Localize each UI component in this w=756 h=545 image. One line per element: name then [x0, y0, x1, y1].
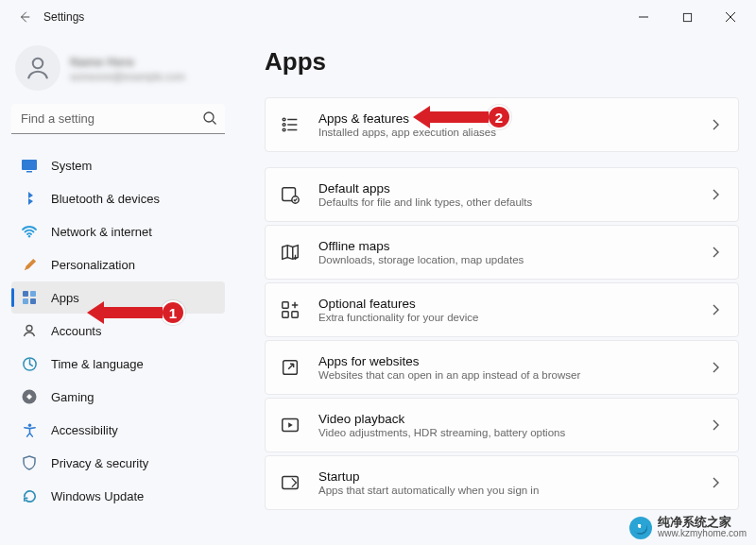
watermark: 纯净系统之家 www.kzmyhome.com: [629, 517, 747, 539]
close-button[interactable]: [709, 2, 752, 32]
card-title: Optional features: [318, 297, 710, 311]
svg-rect-20: [283, 312, 288, 317]
nav-item-accessibility[interactable]: Accessibility: [11, 414, 225, 446]
svg-rect-3: [22, 160, 37, 170]
account-text: Name Here someone@example.com: [70, 55, 185, 82]
callout-arrow-2: 2: [413, 105, 511, 129]
search-input[interactable]: [11, 104, 225, 134]
callout-arrow-1: 1: [87, 300, 185, 325]
card-subtitle: Video adjustments, HDR streaming, batter…: [318, 427, 710, 438]
chevron-right-icon: [710, 247, 721, 258]
nav-item-personalization[interactable]: Personalization: [11, 248, 225, 281]
account-block[interactable]: Name Here someone@example.com: [11, 42, 225, 104]
svg-rect-9: [30, 298, 36, 304]
svg-rect-7: [30, 291, 36, 297]
card-title: Video playback: [318, 412, 710, 426]
svg-rect-4: [26, 171, 32, 173]
svg-rect-21: [292, 312, 298, 317]
accessibility-icon: [21, 421, 38, 438]
nav-item-time[interactable]: Time & language: [11, 348, 225, 380]
maximize-button[interactable]: [665, 2, 709, 32]
svg-rect-19: [283, 302, 288, 308]
nav-label: Apps: [51, 291, 79, 305]
nav-label: Accessibility: [51, 423, 118, 437]
account-email: someone@example.com: [70, 71, 185, 82]
titlebar: Settings: [0, 0, 756, 34]
grid-plus-icon: [279, 298, 301, 321]
nav-label: Personalization: [51, 258, 135, 272]
nav-label: Accounts: [51, 324, 101, 338]
close-icon: [725, 11, 736, 23]
nav-label: Time & language: [51, 357, 144, 371]
card-subtitle: Downloads, storage location, map updates: [318, 254, 710, 265]
chevron-right-icon: [710, 189, 721, 200]
svg-rect-6: [23, 291, 28, 297]
card-title: Startup: [318, 469, 710, 484]
person-icon: [24, 54, 52, 82]
card-title: Apps for websites: [318, 354, 710, 368]
window-title: Settings: [43, 10, 84, 24]
shield-icon: [21, 454, 38, 471]
nav-label: Windows Update: [51, 489, 144, 503]
nav-item-update[interactable]: Windows Update: [11, 480, 225, 512]
arrow-left-icon: [18, 10, 31, 24]
chevron-right-icon: [710, 362, 721, 373]
svg-point-14: [283, 118, 285, 121]
startup-icon: [279, 471, 301, 494]
nav-label: Privacy & security: [51, 456, 148, 470]
callout-badge-2: 2: [487, 105, 511, 129]
nav-item-bluetooth[interactable]: Bluetooth & devices: [11, 182, 225, 214]
svg-point-1: [33, 59, 43, 69]
card-subtitle: Defaults for file and link types, other …: [318, 196, 710, 208]
chevron-right-icon: [710, 419, 721, 431]
nav-label: System: [51, 159, 92, 173]
chevron-right-icon: [710, 304, 721, 315]
minimize-button[interactable]: [622, 2, 665, 32]
card-optional-features[interactable]: Optional features Extra functionality fo…: [265, 282, 739, 337]
nav-label: Network & internet: [51, 225, 152, 239]
nav-item-system[interactable]: System: [11, 149, 225, 181]
wifi-icon: [21, 223, 38, 240]
card-title: Default apps: [318, 181, 710, 196]
settings-list: Apps & features Installed apps, app exec…: [265, 97, 739, 510]
avatar: [15, 45, 60, 91]
nav-item-gaming[interactable]: Gaming: [11, 381, 225, 413]
card-apps-websites[interactable]: Apps for websites Websites that can open…: [265, 340, 739, 395]
page-title: Apps: [265, 47, 739, 77]
watermark-url: www.kzmyhome.com: [658, 529, 747, 539]
chevron-right-icon: [710, 477, 721, 488]
apps-icon: [21, 289, 38, 306]
sidebar: Name Here someone@example.com System: [0, 34, 236, 545]
update-icon: [21, 487, 38, 504]
video-icon: [279, 414, 301, 436]
svg-point-16: [283, 128, 285, 131]
bluetooth-icon: [21, 190, 38, 207]
watermark-logo-icon: [629, 517, 652, 539]
card-offline-maps[interactable]: Offline maps Downloads, storage location…: [265, 225, 739, 280]
svg-point-10: [26, 326, 32, 332]
svg-point-15: [283, 124, 285, 127]
card-title: Apps & features: [318, 111, 710, 126]
display-icon: [21, 157, 38, 174]
back-button[interactable]: [11, 4, 38, 30]
nav-list: System Bluetooth & devices Network & int…: [11, 149, 225, 512]
card-subtitle: Extra functionality for your device: [318, 312, 710, 323]
card-subtitle: Apps that start automatically when you s…: [318, 485, 710, 496]
nav-item-network[interactable]: Network & internet: [11, 215, 225, 247]
gaming-icon: [21, 388, 38, 405]
svg-point-13: [27, 423, 30, 426]
list-settings-icon: [279, 113, 301, 136]
maximize-icon: [682, 12, 693, 23]
card-default-apps[interactable]: Default apps Defaults for file and link …: [265, 167, 739, 222]
default-apps-icon: [279, 183, 301, 206]
card-subtitle: Websites that can open in an app instead…: [318, 369, 710, 381]
svg-rect-8: [23, 298, 28, 304]
svg-point-2: [204, 112, 214, 122]
paintbrush-icon: [21, 256, 38, 273]
account-name: Name Here: [70, 55, 185, 69]
nav-label: Bluetooth & devices: [51, 192, 160, 206]
card-startup[interactable]: Startup Apps that start automatically wh…: [265, 455, 739, 510]
svg-rect-0: [683, 13, 691, 21]
card-video-playback[interactable]: Video playback Video adjustments, HDR st…: [265, 398, 739, 452]
nav-item-privacy[interactable]: Privacy & security: [11, 447, 225, 479]
